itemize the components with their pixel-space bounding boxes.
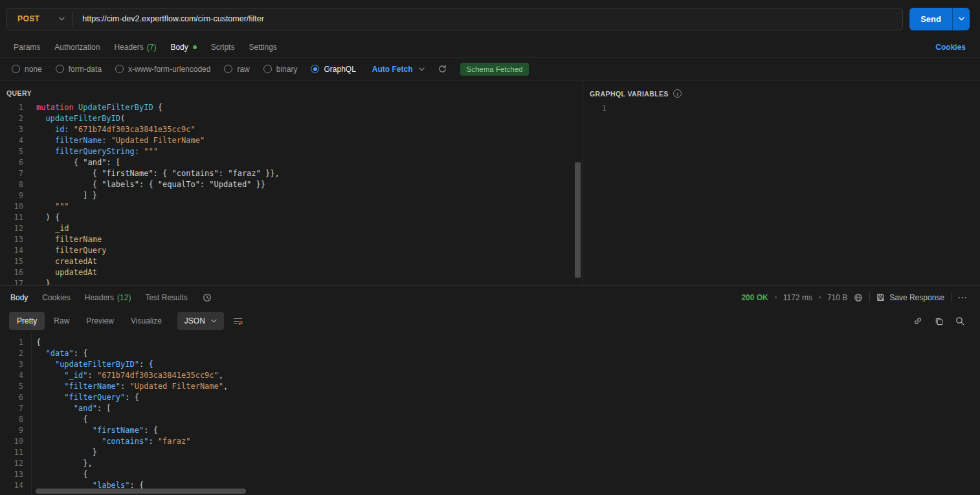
code-text: "_id": "671b74df303ca3841e35cc9c", (32, 370, 223, 381)
code-line: 2 "data": { (0, 348, 980, 359)
radio-icon (56, 65, 64, 73)
request-url-bar: POST Send (0, 0, 980, 38)
query-vertical-scrollbar[interactable] (575, 162, 581, 278)
body-modified-dot (193, 45, 197, 49)
tab-label: Scripts (211, 43, 235, 52)
code-text: "contains": "faraz" (32, 436, 190, 447)
line-number: 1 (0, 337, 32, 348)
code-text: _id (32, 223, 69, 234)
code-line: 15 createdAt (0, 256, 583, 267)
body-type-none[interactable]: none (12, 65, 42, 74)
more-options-icon[interactable]: ··· (958, 293, 968, 302)
line-number: 15 (0, 256, 32, 267)
code-text: filterName (32, 234, 102, 245)
wrap-lines-icon[interactable] (233, 317, 243, 325)
link-icon[interactable] (913, 316, 922, 325)
history-icon[interactable] (203, 293, 212, 302)
tab-label: Params (14, 43, 40, 52)
tab-body[interactable]: Body (163, 38, 203, 57)
code-line: 1{ (0, 337, 980, 348)
code-text (616, 103, 619, 114)
code-line: 14 filterQuery (0, 245, 583, 256)
method-dropdown[interactable]: POST (7, 8, 72, 30)
line-number: 5 (0, 146, 32, 157)
tab-label: Body (170, 43, 188, 52)
graphql-panels: QUERY 1mutation UpdateFilterByID {2 upda… (0, 80, 980, 286)
code-text: id: "671b74df303ca3841e35cc9c" (32, 124, 195, 135)
body-type-binary[interactable]: binary (263, 65, 298, 74)
body-type-graphql[interactable]: GraphQL (311, 65, 355, 74)
tab-authorization[interactable]: Authorization (47, 38, 107, 57)
line-number: 9 (0, 190, 32, 201)
cookies-link[interactable]: Cookies (935, 43, 974, 52)
headers-count: (7) (147, 43, 157, 52)
body-type-form-data[interactable]: form-data (56, 65, 102, 74)
code-text: "data": { (32, 348, 88, 359)
view-tab-raw[interactable]: Raw (46, 312, 77, 330)
query-editor[interactable]: 1mutation UpdateFilterByID {2 updateFilt… (0, 101, 583, 285)
copy-icon[interactable] (935, 317, 943, 325)
response-time: 1172 ms (783, 293, 812, 302)
line-number: 4 (0, 370, 32, 381)
query-panel-title: QUERY (6, 89, 32, 97)
tab-label: Test Results (145, 293, 187, 302)
url-input[interactable] (73, 14, 902, 23)
code-text: ] } (32, 190, 97, 201)
view-tab-visualize[interactable]: Visualize (123, 312, 170, 330)
info-icon[interactable]: i (673, 89, 682, 98)
save-response-button[interactable]: Save Response (876, 293, 944, 302)
code-text: { (32, 469, 87, 480)
view-tab-preview[interactable]: Preview (78, 312, 122, 330)
network-info-icon[interactable] (854, 293, 863, 302)
radio-label: x-www-form-urlencoded (128, 65, 210, 74)
body-type-urlencoded[interactable]: x-www-form-urlencoded (115, 65, 210, 74)
response-horizontal-scrollbar[interactable] (36, 489, 246, 494)
tab-headers[interactable]: Headers (7) (107, 38, 163, 57)
code-line: 6 { "and": [ (0, 157, 583, 168)
format-dropdown[interactable]: JSON (177, 312, 224, 330)
send-button[interactable]: Send (909, 8, 952, 30)
tab-scripts[interactable]: Scripts (204, 38, 242, 57)
code-text: } (32, 447, 97, 458)
tab-params[interactable]: Params (6, 38, 47, 57)
response-size: 710 B (827, 293, 847, 302)
code-line: 13 { (0, 469, 980, 480)
response-tab-cookies[interactable]: Cookies (35, 286, 77, 309)
line-number: 12 (0, 458, 32, 469)
send-options-button[interactable] (952, 8, 970, 30)
code-line: 9 "firstName": { (0, 425, 980, 436)
code-text: }, (32, 458, 93, 469)
query-panel-header: QUERY (0, 81, 583, 101)
code-text: { (32, 414, 87, 425)
variables-editor[interactable]: 1 (583, 102, 980, 285)
view-tab-pretty[interactable]: Pretty (9, 312, 45, 330)
chevron-down-icon (419, 67, 425, 71)
radio-label: none (25, 65, 42, 74)
schema-status-badge: Schema Fetched (460, 63, 529, 76)
radio-label: raw (237, 65, 249, 74)
tab-settings[interactable]: Settings (241, 38, 284, 57)
code-line: 8 { (0, 414, 980, 425)
body-type-raw[interactable]: raw (224, 65, 249, 74)
code-line: 11 } (0, 447, 980, 458)
code-line: 10 """ (0, 201, 583, 212)
line-number: 16 (0, 267, 32, 278)
code-text: updateFilterByID( (32, 113, 125, 124)
response-tab-body[interactable]: Body (3, 286, 35, 309)
auto-fetch-dropdown[interactable]: Auto Fetch (372, 65, 425, 74)
search-icon[interactable] (955, 316, 964, 325)
line-number: 17 (0, 278, 32, 285)
response-status-bar: 200 OK 1172 ms 710 B Save Response ··· (741, 293, 977, 302)
line-number: 10 (0, 201, 32, 212)
code-text: { (32, 337, 41, 348)
code-text: "and": [ (32, 403, 111, 414)
response-body-editor[interactable]: 1{2 "data": {3 "updateFilterByID": {4 "_… (0, 333, 980, 494)
response-tab-test-results[interactable]: Test Results (138, 286, 194, 309)
response-tools (913, 316, 971, 325)
code-line: 5 filterQueryString: """ (0, 146, 583, 157)
refresh-schema-icon[interactable] (438, 65, 447, 73)
radio-checked-icon (311, 65, 319, 73)
line-number: 6 (0, 392, 32, 403)
auto-fetch-label: Auto Fetch (372, 65, 413, 74)
response-tab-headers[interactable]: Headers (12) (78, 286, 139, 309)
